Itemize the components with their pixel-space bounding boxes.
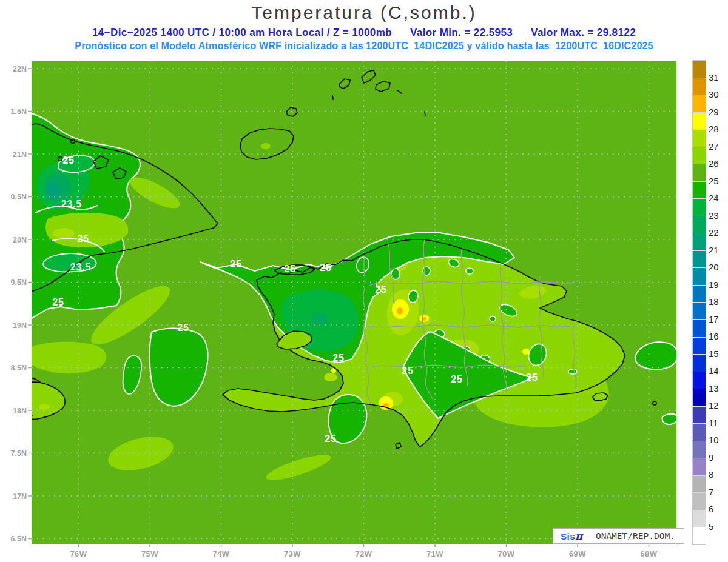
temperature-colorbar [692,60,706,545]
colorbar-cell [693,476,706,493]
colorbar-cell [693,510,706,528]
y-axis-label: 7.5N [11,449,27,458]
contour-label: 23.5 [61,199,82,209]
colorbar-cell [693,216,706,234]
pi-symbol: π [575,530,582,542]
x-axis-label: 75W [141,549,158,558]
model-logo: Sis π – ONAMET/REP.DOM. [553,528,684,544]
colorbar-label: 11 [709,418,728,428]
colorbar-label: 30 [709,89,728,99]
colorbar-cell [693,303,706,320]
colorbar-label: 24 [709,193,728,203]
colorbar-cell [693,233,706,251]
colorbar-label: 13 [709,383,728,393]
colorbar-label: 12 [709,400,728,410]
colorbar-label: 15 [709,349,728,359]
y-axis-label: 20N [13,236,27,244]
colorbar-label: 10 [709,435,728,445]
contour-label: 25 [230,259,241,269]
contour-label: 25 [177,323,189,333]
y-axis-label: 17N [13,492,27,501]
x-axis-label: 76W [70,549,87,558]
colorbar-cell [693,78,706,96]
colorbar-cell [693,61,706,78]
colorbar-label: 29 [709,107,728,117]
colorbar-cell [693,268,706,286]
colorbar-label: 14 [709,366,728,376]
colorbar-cell [693,286,706,303]
sispi-logo-text: Sis [561,531,575,541]
y-axis-label: 9.5N [11,278,27,287]
colorbar-cell [693,527,706,544]
contour-label: 25 [402,366,413,376]
contour-label: 25 [526,372,538,383]
colorbar-cell [693,338,706,355]
colorbar-label: 28 [709,124,728,134]
colorbar-label: 8 [709,469,728,480]
contour-label: 25 [375,284,386,295]
contour-label: 25 [284,264,295,274]
y-axis-label: 1.5N [11,107,27,116]
colorbar-cell [693,320,706,338]
y-axis-label: 21N [13,150,27,159]
y-axis-label: 19N [13,321,27,330]
x-axis-label: 73W [284,549,301,558]
y-axis-label: 22N [13,65,27,73]
contour-label: 25 [325,433,336,444]
colorbar-cell [693,130,706,147]
colorbar-cell [693,113,706,130]
colorbar-label: 20 [709,262,728,272]
x-axis-label: 69W [569,549,586,558]
colorbar-cell [693,441,706,459]
colorbar-cell [693,95,706,113]
colorbar-label: 9 [709,452,728,463]
colorbar-label: 6 [709,504,728,514]
x-axis-label: 74W [212,549,229,558]
contour-label: 25 [62,155,74,166]
contour-label: 23.5 [70,262,91,272]
colorbar-label: 27 [709,141,728,152]
x-axis-label: 71W [426,549,443,558]
colorbar-cell [693,182,706,199]
colorbar-label: 22 [709,227,728,238]
colorbar-cell [693,458,706,476]
colorbar-label: 16 [709,331,728,341]
contour-label: 25 [52,297,64,307]
colorbar-label: 31 [709,72,728,82]
colorbar-cell [693,407,706,424]
weather-map-page: Temperatura (C,somb.) 14−Dic−2025 1400 U… [0,0,728,562]
colorbar-cell [693,199,706,216]
y-axis-labels: 22N1.5N21N0.5N20N9.5N19N8.5N18N7.5N17N6.… [11,65,27,544]
colorbar-cell [693,493,706,510]
colorbar-cell [693,372,706,390]
y-axis-label: 18N [13,407,27,415]
contour-label: 25 [77,233,89,244]
colorbar-label: 5 [709,521,728,532]
x-axis-label: 72W [355,549,372,558]
contour-label: 25 [332,353,344,363]
colorbar-cell [693,251,706,269]
colorbar-label: 23 [709,210,728,221]
colorbar-cell [693,389,706,407]
colorbar-label: 25 [709,176,728,186]
colorbar-label: 21 [709,245,728,255]
temperature-contour-map: 2523.52523.52525252525252525252525 76W75… [0,0,728,562]
colorbar-cell [693,147,706,165]
contour-label: 25 [320,263,331,273]
colorbar-label: 7 [709,487,728,497]
x-axis-labels: 76W75W74W73W72W71W70W69W68W [70,549,657,558]
colorbar-cell [693,164,706,182]
contour-label: 25 [451,374,462,384]
colorbar-label: 18 [709,296,728,307]
colorbar-label: 26 [709,158,728,169]
y-axis-label: 0.5N [11,193,27,201]
colorbar-label: 19 [709,279,728,290]
y-axis-label: 8.5N [11,364,27,372]
onamet-label: – ONAMET/REP.DOM. [585,531,675,541]
y-axis-label: 6.5N [11,535,27,543]
x-axis-label: 68W [640,549,657,558]
colorbar-cell [693,355,706,372]
colorbar-label: 17 [709,314,728,324]
x-axis-label: 70W [497,549,514,558]
colorbar-cell [693,424,706,441]
